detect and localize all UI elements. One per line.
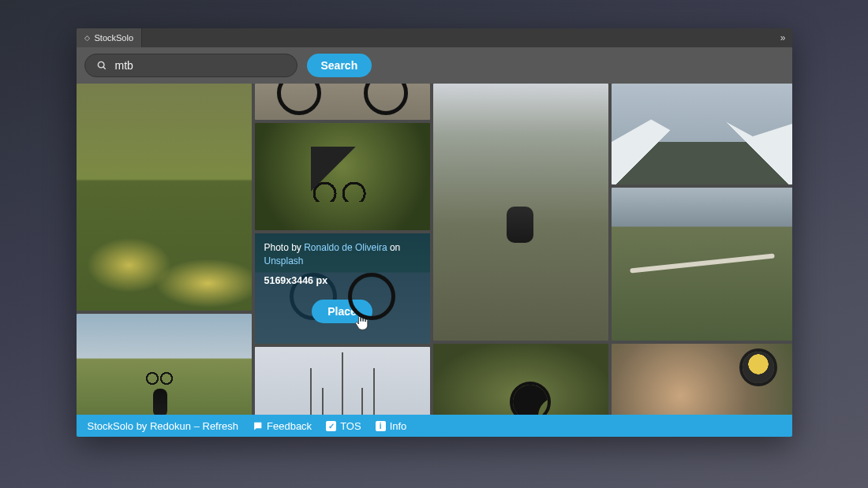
result-thumbnail-active[interactable]: Photo by Ronaldo de Oliveira on Unsplash… (255, 233, 430, 344)
grid-column-4 (612, 84, 792, 415)
result-thumbnail[interactable] (77, 84, 252, 311)
refresh-link[interactable]: Refresh (203, 420, 239, 432)
result-thumbnail[interactable] (255, 347, 430, 415)
tab-title: StockSolo (95, 33, 134, 43)
result-thumbnail[interactable] (612, 188, 792, 341)
place-button[interactable]: Place (312, 300, 372, 323)
place-button-wrap: Place (264, 288, 421, 336)
result-thumbnail[interactable] (612, 84, 792, 184)
photo-author-link[interactable]: Ronaldo de Oliveira (304, 242, 387, 253)
grid-column-2: Photo by Ronaldo de Oliveira on Unsplash… (255, 84, 430, 415)
document-icon: ✓ (326, 421, 336, 431)
chat-icon (253, 421, 263, 431)
svg-line-1 (103, 67, 105, 69)
result-thumbnail[interactable] (433, 84, 608, 341)
info-icon: i (376, 421, 386, 431)
credit-prefix: Photo by (264, 242, 305, 253)
photo-credit: Photo by Ronaldo de Oliveira on Unsplash (264, 241, 421, 269)
search-icon (96, 60, 107, 71)
tabbar-spacer (142, 28, 773, 47)
tab-bar: ◇ StockSolo » (77, 28, 792, 47)
tos-link[interactable]: ✓ TOS (326, 420, 361, 432)
credit-on: on (387, 242, 401, 253)
feedback-link[interactable]: Feedback (253, 420, 312, 432)
results-grid: Photo by Ronaldo de Oliveira on Unsplash… (77, 84, 792, 415)
footer-bar: StockSolo by Redokun – Refresh Feedback … (77, 415, 792, 437)
search-bar: Search (77, 47, 792, 84)
footer-separator: – (191, 420, 202, 432)
grid-column-3 (433, 84, 608, 415)
feedback-label: Feedback (267, 420, 312, 432)
search-input[interactable] (115, 59, 286, 72)
info-link[interactable]: i Info (376, 420, 407, 432)
photo-source-link[interactable]: Unsplash (264, 255, 304, 266)
search-button[interactable]: Search (307, 54, 372, 77)
grid-column-1 (77, 84, 252, 415)
stocksolo-panel: ◇ StockSolo » Search (77, 28, 792, 437)
svg-point-0 (98, 61, 104, 68)
result-thumbnail[interactable] (433, 344, 608, 415)
result-thumbnail[interactable] (255, 123, 430, 230)
result-thumbnail[interactable] (255, 84, 430, 120)
info-label: Info (390, 420, 407, 432)
diamond-icon: ◇ (84, 34, 90, 42)
chevron-right-double-icon: » (780, 32, 784, 43)
result-thumbnail[interactable] (612, 344, 792, 415)
tos-label: TOS (340, 420, 361, 432)
footer-brand: StockSolo by Redokun – Refresh (88, 420, 239, 432)
photo-dimensions: 5169x3446 px (264, 274, 421, 288)
search-field[interactable] (84, 54, 297, 77)
result-overlay: Photo by Ronaldo de Oliveira on Unsplash… (255, 233, 430, 344)
result-thumbnail[interactable] (77, 314, 252, 415)
tab-stocksolo[interactable]: ◇ StockSolo (77, 28, 143, 47)
collapse-button[interactable]: » (773, 28, 792, 47)
footer-brand-text: StockSolo by Redokun (88, 420, 192, 432)
